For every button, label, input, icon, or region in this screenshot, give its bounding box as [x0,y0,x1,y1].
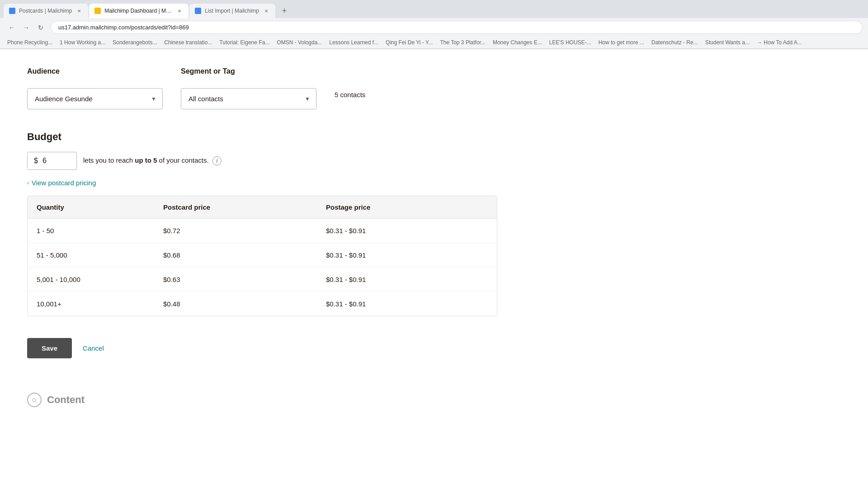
bookmark-datenschutz[interactable]: Datenschutz - Re... [650,38,700,47]
segment-field-group: Segment or Tag All contacts ▼ [181,67,316,109]
bookmark-lessons[interactable]: Lessons Learned f... [327,38,380,47]
cancel-link[interactable]: Cancel [83,344,104,352]
tab-label-dashboard: Mailchimp Dashboard | Mail... [104,8,172,14]
bookmark-chinese[interactable]: Chinese translatio... [162,38,214,47]
tab-list-import[interactable]: List Import | Mailchimp ✕ [189,4,275,18]
pricing-table: Quantity Postcard price Postage price 1 … [27,196,497,316]
budget-input-wrapper: $ [27,152,77,170]
segment-section-title: Segment or Tag [181,67,316,75]
budget-input[interactable] [42,152,70,169]
table-header: Quantity Postcard price Postage price [28,196,497,219]
view-postcard-pricing-link[interactable]: › View postcard pricing [27,179,841,187]
row2-quantity: 51 - 5,000 [37,251,163,259]
bookmark-tutorial[interactable]: Tutorial: Eigene Fa... [217,38,271,47]
segment-select-wrapper: All contacts ▼ [181,88,316,109]
browser-chrome: Postcards | Mailchimp ✕ Mailchimp Dashbo… [0,0,868,49]
tab-dashboard[interactable]: Mailchimp Dashboard | Mail... ✕ [89,4,189,18]
bookmark-phone[interactable]: Phone Recycling... [5,38,54,47]
bookmark-how-to-add[interactable]: → How To Add A... [755,38,804,47]
bookmark-top3[interactable]: The Top 3 Platfor... [438,38,487,47]
dollar-sign: $ [28,152,42,169]
bookmark-working[interactable]: 1 How Working a... [58,38,107,47]
forward-button[interactable]: → [20,21,33,34]
content-section-label: Content [47,394,85,406]
tab-label-list: List Import | Mailchimp [205,8,259,14]
bookmark-sonder[interactable]: Sonderangebots... [111,38,159,47]
info-icon[interactable]: i [212,156,222,165]
bookmark-money[interactable]: Money Changes E... [491,38,544,47]
address-text: us17.admin.mailchimp.com/postcards/edit?… [58,24,189,31]
audience-section: Audience Audience Gesunde ▼ Segment or T… [27,67,841,109]
new-tab-button[interactable]: + [278,5,291,17]
page-content: Audience Audience Gesunde ▼ Segment or T… [0,49,868,488]
nav-buttons: ← → ↻ [5,21,47,34]
header-postage-price: Postage price [326,203,488,211]
address-bar-row: ← → ↻ us17.admin.mailchimp.com/postcards… [0,18,868,37]
tab-favicon-dashboard [94,8,101,14]
content-section-header: ○ Content [27,385,841,407]
audience-select-wrapper: Audience Gesunde ▼ [27,88,163,109]
tab-bar: Postcards | Mailchimp ✕ Mailchimp Dashbo… [0,0,868,18]
tab-favicon-postcards [9,8,15,14]
bookmarks-bar: Phone Recycling... 1 How Working a... So… [0,37,868,49]
budget-desc-contacts: of your contacts. [159,156,209,164]
bookmark-lee[interactable]: LEE'S HOUSE-... [547,38,593,47]
header-postcard-price: Postcard price [163,203,326,211]
address-bar[interactable]: us17.admin.mailchimp.com/postcards/edit?… [51,21,863,34]
audience-section-title: Audience [27,67,163,75]
budget-desc-before: lets you to reach [83,156,133,164]
bookmark-student[interactable]: Student Wants a... [703,38,751,47]
audience-select[interactable]: Audience Gesunde [27,88,163,109]
row3-postage-price: $0.31 - $0.91 [326,276,488,283]
row3-quantity: 5,001 - 10,000 [37,276,163,283]
row1-quantity: 1 - 50 [37,227,163,235]
row2-postage-price: $0.31 - $0.91 [326,251,488,259]
row4-postcard-price: $0.48 [163,300,326,308]
contacts-count: 5 contacts [335,91,365,99]
tab-label-postcards: Postcards | Mailchimp [19,8,72,14]
bookmark-qing[interactable]: Qing Fei De Yi - Y... [384,38,434,47]
tab-favicon-list [195,8,201,14]
tab-close-list[interactable]: ✕ [263,7,270,14]
table-row: 5,001 - 10,000 $0.63 $0.31 - $0.91 [28,267,497,292]
row2-postcard-price: $0.68 [163,251,326,259]
budget-section: Budget $ lets you to reach up to 5 of yo… [27,131,841,316]
row4-quantity: 10,001+ [37,300,163,308]
row1-postcard-price: $0.72 [163,227,326,235]
audience-field-group: Audience Audience Gesunde ▼ [27,67,163,109]
tab-postcards[interactable]: Postcards | Mailchimp ✕ [4,4,88,18]
tab-close-dashboard[interactable]: ✕ [176,7,183,14]
segment-select[interactable]: All contacts [181,88,316,109]
budget-row: $ lets you to reach up to 5 of your cont… [27,152,841,170]
content-circle-icon: ○ [27,393,42,407]
refresh-button[interactable]: ↻ [34,21,47,34]
bookmark-omsn[interactable]: OMSN - Vologda... [275,38,324,47]
header-quantity: Quantity [37,203,163,211]
table-row: 1 - 50 $0.72 $0.31 - $0.91 [28,219,497,243]
actions-row: Save Cancel [27,338,841,358]
budget-section-title: Budget [27,131,841,143]
table-row: 10,001+ $0.48 $0.31 - $0.91 [28,292,497,316]
back-button[interactable]: ← [5,21,18,34]
row4-postage-price: $0.31 - $0.91 [326,300,488,308]
budget-emphasis: up to 5 [135,156,157,164]
budget-description: lets you to reach up to 5 of your contac… [83,156,222,165]
table-row: 51 - 5,000 $0.68 $0.31 - $0.91 [28,243,497,267]
row3-postcard-price: $0.63 [163,276,326,283]
save-button[interactable]: Save [27,338,72,358]
chevron-down-icon: › [27,180,29,186]
bookmark-more[interactable]: How to get more ... [597,38,646,47]
tab-close-postcards[interactable]: ✕ [75,7,83,14]
row1-postage-price: $0.31 - $0.91 [326,227,488,235]
pricing-toggle-label: View postcard pricing [32,179,96,187]
